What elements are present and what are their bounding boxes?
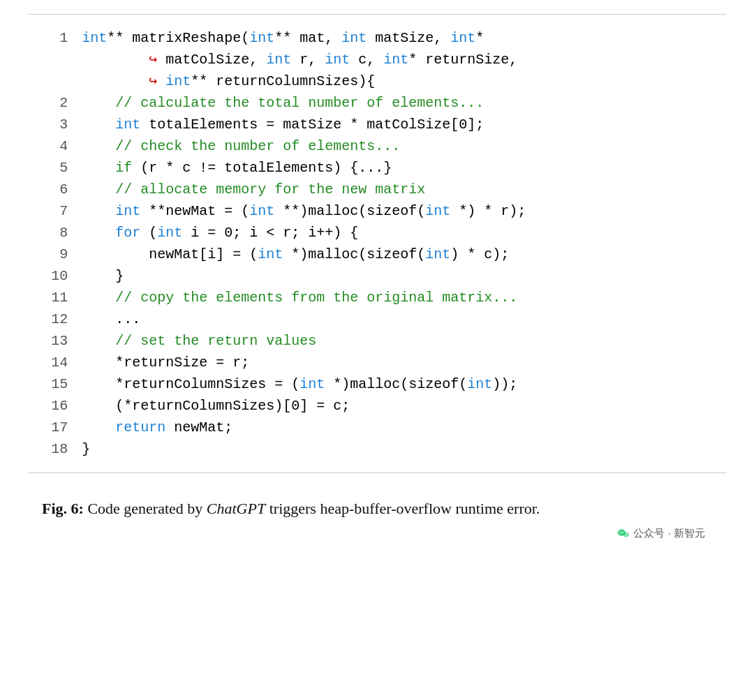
line-number: 7 [28,200,82,222]
code-part: i = 0; i < r; i++) { [182,225,358,241]
code-part: int [425,246,450,262]
line-code: *returnColumnSizes = (int *)malloc(sizeo… [82,373,726,395]
line-number: 12 [28,308,82,330]
line-code: if (r * c != totalElements) {...} [82,157,726,179]
line-number: 5 [28,157,82,179]
table-row: 5 if (r * c != totalElements) {...} [28,157,726,179]
table-row: 9 newMat[i] = (int *)malloc(sizeof(int) … [28,244,726,265]
line-code: // set the return values [82,330,726,352]
table-row: 10 } [28,265,726,287]
table-row: 17 return newMat; [28,417,726,438]
code-part: int [249,30,274,46]
code-part: ** matrixReshape( [107,30,249,46]
code-parts: *returnColumnSizes = (int *)malloc(sizeo… [82,376,517,392]
code-parts: return newMat; [82,419,232,435]
code-part: newMat[i] = ( [82,246,258,262]
code-parts: int** matrixReshape(int** mat, int matSi… [82,30,484,46]
line-code: return newMat; [82,417,726,438]
line-code: // copy the elements from the original m… [82,287,726,308]
code-part: int [82,30,107,46]
line-code: *returnSize = r; [82,352,726,373]
line-code: // calculate the total number of element… [82,92,726,114]
code-part: int [325,52,350,68]
code-part: ( [140,225,157,241]
code-part: *)malloc(sizeof( [283,246,425,262]
code-part: *returnColumnSizes = ( [82,376,300,392]
line-number: 11 [28,287,82,308]
line-number: 1 [28,27,82,92]
line-code: ... [82,308,726,330]
line-number: 18 [28,438,82,460]
table-row: 1int** matrixReshape(int** mat, int matS… [28,27,726,92]
table-row: 4 // check the number of elements... [28,135,726,157]
code-part: *) * r); [450,203,526,219]
code-part: int [425,203,450,219]
line-number: 17 [28,417,82,438]
caption-text-part2: triggers heap-buffer-overflow runtime er… [265,500,540,517]
line-number: 14 [28,352,82,373]
wechat-icon [616,526,630,540]
line-number: 3 [28,114,82,135]
code-part: int [258,246,283,262]
code-part: newMat; [165,419,232,435]
svg-point-3 [623,533,624,534]
code-part: int [383,52,408,68]
watermark-label: 公众号 · 新智元 [633,526,705,542]
code-part: (*returnColumnSizes)[0] = c; [82,398,350,414]
code-part: ) * c); [450,246,509,262]
code-part: int [115,203,140,219]
code-part: int [450,30,475,46]
code-part: int [467,376,492,392]
comment-text: // allocate memory for the new matrix [82,181,425,198]
line-number: 2 [28,92,82,114]
code-part: if [115,160,132,176]
code-part [82,203,115,219]
code-parts: for (int i = 0; i < r; i++) { [82,225,358,241]
table-row: 3 int totalElements = matSize * matColSi… [28,114,726,135]
line-number: 9 [28,244,82,265]
code-part: )); [492,376,517,392]
code-parts: *returnSize = r; [82,355,249,371]
table-row: 7 int **newMat = (int **)malloc(sizeof(i… [28,200,726,222]
code-part [82,419,115,435]
line-code: // check the number of elements... [82,135,726,157]
code-part: } [82,268,124,284]
line-number: 16 [28,395,82,417]
caption-bold: Fig. 6: [42,500,84,517]
line-number: 10 [28,265,82,287]
code-part: int [341,30,367,46]
code-part [82,117,115,133]
caption-italic: ChatGPT [207,500,265,517]
table-row: 13 // set the return values [28,330,726,352]
code-part [82,225,115,241]
line-code: int totalElements = matSize * matColSize… [82,114,726,135]
code-part: int [115,117,140,133]
code-parts: newMat[i] = (int *)malloc(sizeof(int) * … [82,246,509,262]
line-code: // allocate memory for the new matrix [82,179,726,200]
code-part: * returnSize, [408,52,517,68]
code-part: ** mat, [274,30,341,46]
line-code: (*returnColumnSizes)[0] = c; [82,395,726,417]
code-part: ** returnColumnSizes){ [191,73,375,89]
code-part: for [115,225,140,241]
code-parts: } [82,441,90,457]
code-parts: } [82,268,124,284]
code-part: * [475,30,484,46]
line-number: 8 [28,222,82,244]
continuation-arrow: ↪ [149,73,157,89]
table-row: 15 *returnColumnSizes = (int *)malloc(si… [28,373,726,395]
table-row: 11 // copy the elements from the origina… [28,287,726,308]
code-part: totalElements = matSize * matColSize[0]; [140,117,484,133]
code-part: **)malloc(sizeof( [274,203,425,219]
code-parts: int **newMat = (int **)malloc(sizeof(int… [82,203,526,219]
table-row: 2 // calculate the total number of eleme… [28,92,726,114]
line-number: 6 [28,179,82,200]
code-part: int [165,73,191,89]
line-number: 15 [28,373,82,395]
code-part: int [300,376,325,392]
continuation-line: ↪ matColSize, int r, int c, int* returnS… [82,52,517,68]
code-part: ... [82,311,140,327]
svg-point-4 [623,533,629,537]
watermark: 公众号 · 新智元 [42,526,712,542]
code-part: int [249,203,274,219]
